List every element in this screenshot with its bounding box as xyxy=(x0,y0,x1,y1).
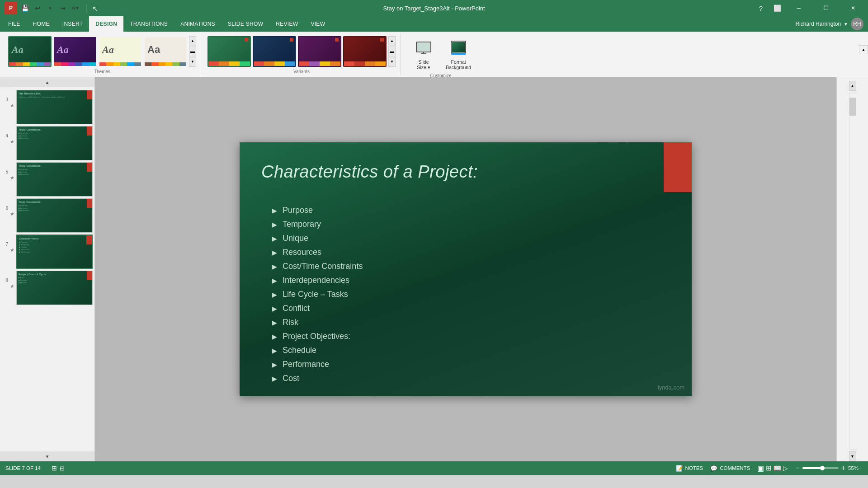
main-area: ▲ 3 ★ The Bottom Line: Lorem ipsum dolor… xyxy=(0,77,868,461)
tab-insert[interactable]: INSERT xyxy=(56,16,90,32)
variants-scroll-down[interactable]: ▼ xyxy=(388,57,396,67)
slide-item-6[interactable]: 6 ★ Topic Constraint: ▶ Item one▶ Item t… xyxy=(2,198,93,233)
variant-4[interactable] xyxy=(343,36,387,67)
main-slide[interactable]: Characteristics of a Project: ▶ Purpose … xyxy=(240,142,692,396)
slide-size-button[interactable]: SlideSize ▾ xyxy=(407,33,440,73)
theme-4[interactable]: Aa xyxy=(144,36,187,67)
help-icon[interactable]: ? xyxy=(756,3,766,13)
bullet-conflict: ▶ Conflict xyxy=(272,304,363,313)
slide-thumb-6[interactable]: Topic Constraint: ▶ Item one▶ Item two▶ … xyxy=(16,198,93,233)
redo-button[interactable]: ↪ xyxy=(58,3,68,13)
minimize-button[interactable]: ─ xyxy=(788,0,809,16)
slide-panel-scroll-up[interactable]: ▲ xyxy=(0,77,94,87)
zoom-in-button[interactable]: + xyxy=(841,464,845,472)
comments-button[interactable]: 💬 COMMENTS xyxy=(710,465,750,472)
view-normal-icon[interactable]: ⊞ xyxy=(52,465,57,472)
bullet-text-schedule: Schedule xyxy=(283,346,316,355)
bullet-arrow-6: ▶ xyxy=(272,277,277,284)
variants-scroll-middle[interactable]: ▬ xyxy=(388,47,396,56)
themes-scroll-down[interactable]: ▼ xyxy=(189,57,196,67)
tab-review[interactable]: REVIEW xyxy=(269,16,304,32)
slide-item-8[interactable]: 8 ★ Project Control Cycle: ▶ Plan▶ Execu… xyxy=(2,271,93,305)
variants-scroll: ▲ ▬ ▼ xyxy=(388,36,396,67)
ribbon-toggle[interactable]: ⬜ xyxy=(772,3,782,13)
tab-file[interactable]: FILE xyxy=(2,16,27,32)
tab-animations[interactable]: ANIMATIONS xyxy=(174,16,222,32)
slide-thumb-7[interactable]: Characteristics ▶ Purpose▶ Temporary▶ Un… xyxy=(16,235,93,269)
themes-scroll-middle[interactable]: ▬ xyxy=(189,47,196,56)
view-present-icon[interactable]: ▷ xyxy=(783,465,788,472)
format-background-button[interactable]: FormatBackground xyxy=(442,35,475,72)
themes-scroll: ▲ ▬ ▼ xyxy=(189,36,196,67)
zoom-track[interactable] xyxy=(802,467,839,469)
slide-3-text: Lorem ipsum dolor sit amet consectetur a… xyxy=(19,96,90,99)
slide-list: 3 ★ The Bottom Line: Lorem ipsum dolor s… xyxy=(0,87,94,451)
right-scroll-up[interactable]: ▲ xyxy=(849,81,856,91)
slide-bullets: ▶ Purpose ▶ Temporary ▶ Unique ▶ Resourc… xyxy=(272,206,363,383)
slide-thumb-4[interactable]: Topic Constraint: ▶ Item one▶ Item two▶ … xyxy=(16,126,93,160)
undo-button[interactable]: ↩ xyxy=(33,3,42,13)
slide-thumb-5[interactable]: Topic Constraint: ▶ Item one▶ Item two▶ … xyxy=(16,162,93,197)
tab-home[interactable]: HOME xyxy=(27,16,56,32)
zoom-out-button[interactable]: − xyxy=(795,464,799,472)
view-thumbnail-icon[interactable]: ▣ xyxy=(757,464,764,473)
slide-size-btn-inner: SlideSize ▾ xyxy=(409,35,438,72)
cursor-indicator: ↖ xyxy=(92,5,99,12)
tab-view[interactable]: VIEW xyxy=(304,16,331,32)
variants-scroll-up[interactable]: ▲ xyxy=(388,36,396,46)
notes-button[interactable]: 📝 NOTES xyxy=(676,465,703,472)
user-dropdown-icon[interactable]: ▼ xyxy=(844,22,848,27)
bullet-arrow-13: ▶ xyxy=(272,375,277,382)
slide-thumb-3[interactable]: The Bottom Line: Lorem ipsum dolor sit a… xyxy=(16,90,93,124)
bullet-schedule: ▶ Schedule xyxy=(272,346,363,355)
slide-red-accent xyxy=(664,142,692,192)
svg-rect-7 xyxy=(451,53,466,55)
slide-item-4[interactable]: 4 ★ Topic Constraint: ▶ Item one▶ Item t… xyxy=(2,126,93,160)
variant-2[interactable] xyxy=(253,36,296,67)
slide-star-4: ★ xyxy=(10,126,14,145)
view-reading-icon[interactable]: 📖 xyxy=(774,465,781,472)
slide-panel-scroll-down[interactable]: ▼ xyxy=(0,451,94,461)
bullet-text-performance: Performance xyxy=(283,360,329,369)
slide-star-5: ★ xyxy=(10,162,14,181)
zoom-thumb[interactable] xyxy=(820,466,825,470)
bullet-arrow-3: ▶ xyxy=(272,235,277,242)
undo-dropdown[interactable]: ▼ xyxy=(45,3,55,13)
save-button[interactable]: 💾 xyxy=(20,3,30,13)
variant-3[interactable] xyxy=(298,36,341,67)
tab-design[interactable]: DESIGN xyxy=(89,16,123,32)
themes-scroll-up[interactable]: ▲ xyxy=(189,36,196,46)
zoom-fill xyxy=(802,467,822,469)
slide-5-title: Topic Constraint: xyxy=(19,164,90,167)
slide-size-label: SlideSize ▾ xyxy=(417,59,430,70)
slide-item-3[interactable]: 3 ★ The Bottom Line: Lorem ipsum dolor s… xyxy=(2,90,93,124)
bullet-text-cost-time: Cost/Time Constraints xyxy=(283,262,363,271)
bullet-lifecycle: ▶ Life Cycle – Tasks xyxy=(272,290,363,299)
slide-8-title: Project Control Cycle: xyxy=(19,273,90,276)
slide-num-8: 8 xyxy=(2,271,8,283)
variant-1[interactable] xyxy=(208,36,251,67)
slide-item-5[interactable]: 5 ★ Topic Constraint: ▶ Item one▶ Item t… xyxy=(2,162,93,197)
slide-thumb-8[interactable]: Project Control Cycle: ▶ Plan▶ Execute▶ … xyxy=(16,271,93,305)
restore-button[interactable]: ❐ xyxy=(816,0,836,16)
close-button[interactable]: ✕ xyxy=(843,0,863,16)
slide-4-text: ▶ Item one▶ Item two▶ Item three xyxy=(19,132,90,140)
quick-access-dropdown[interactable]: ⚙▼ xyxy=(71,3,80,13)
view-slide-icon[interactable]: ⊟ xyxy=(60,465,65,472)
theme-1[interactable]: Aa xyxy=(8,36,52,67)
bullet-text-temporary: Temporary xyxy=(283,220,321,229)
slide-5-text: ▶ Item one▶ Item two▶ Item three xyxy=(19,168,90,176)
view-grid-icon[interactable]: ⊞ xyxy=(766,464,772,472)
theme-2[interactable]: Aa xyxy=(53,36,97,67)
right-scroll-down[interactable]: ▼ xyxy=(849,451,856,461)
right-scroll-thumb[interactable] xyxy=(849,98,856,116)
tab-transitions[interactable]: TRANSITIONS xyxy=(123,16,174,32)
tab-slideshow[interactable]: SLIDE SHOW xyxy=(222,16,269,32)
bullet-text-interdependencies: Interdependencies xyxy=(283,276,349,285)
bullet-arrow-12: ▶ xyxy=(272,361,277,368)
slide-item-7[interactable]: 7 ★ Characteristics ▶ Purpose▶ Temporary… xyxy=(2,235,93,269)
bullet-text-unique: Unique xyxy=(283,234,308,243)
ribbon-collapse-button[interactable]: ▲ xyxy=(859,45,868,54)
zoom-value: 55% xyxy=(848,465,863,471)
theme-3[interactable]: Aa xyxy=(99,36,142,67)
